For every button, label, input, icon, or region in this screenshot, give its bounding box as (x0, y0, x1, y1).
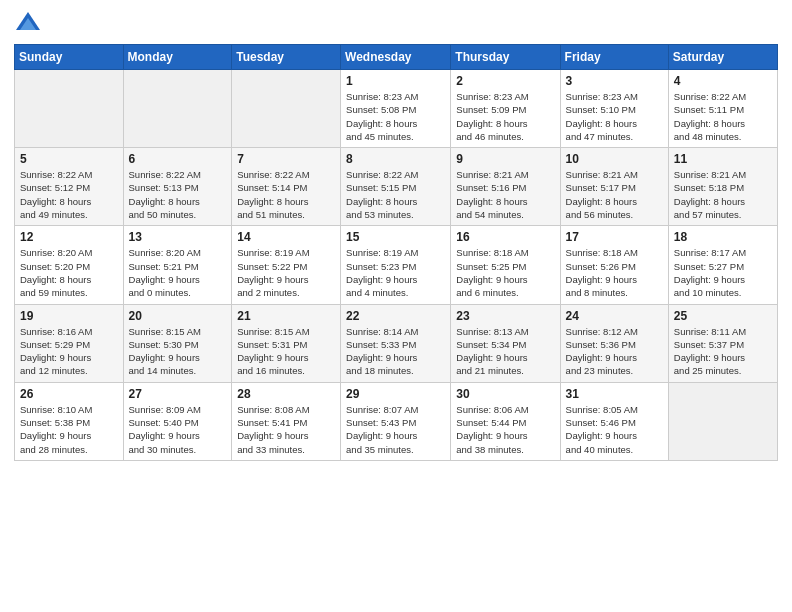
calendar-cell: 5Sunrise: 8:22 AM Sunset: 5:12 PM Daylig… (15, 148, 124, 226)
calendar-cell: 11Sunrise: 8:21 AM Sunset: 5:18 PM Dayli… (668, 148, 777, 226)
weekday-monday: Monday (123, 45, 232, 70)
day-number: 9 (456, 152, 554, 166)
day-number: 24 (566, 309, 663, 323)
day-info: Sunrise: 8:14 AM Sunset: 5:33 PM Dayligh… (346, 326, 418, 377)
day-info: Sunrise: 8:12 AM Sunset: 5:36 PM Dayligh… (566, 326, 638, 377)
day-number: 5 (20, 152, 118, 166)
day-number: 10 (566, 152, 663, 166)
day-info: Sunrise: 8:15 AM Sunset: 5:31 PM Dayligh… (237, 326, 309, 377)
calendar-cell (232, 70, 341, 148)
calendar-cell: 14Sunrise: 8:19 AM Sunset: 5:22 PM Dayli… (232, 226, 341, 304)
calendar-cell (668, 382, 777, 460)
calendar-cell: 12Sunrise: 8:20 AM Sunset: 5:20 PM Dayli… (15, 226, 124, 304)
day-info: Sunrise: 8:20 AM Sunset: 5:20 PM Dayligh… (20, 247, 92, 298)
calendar-cell: 22Sunrise: 8:14 AM Sunset: 5:33 PM Dayli… (341, 304, 451, 382)
day-info: Sunrise: 8:23 AM Sunset: 5:09 PM Dayligh… (456, 91, 528, 142)
weekday-thursday: Thursday (451, 45, 560, 70)
calendar-cell (123, 70, 232, 148)
calendar-cell: 23Sunrise: 8:13 AM Sunset: 5:34 PM Dayli… (451, 304, 560, 382)
page: SundayMondayTuesdayWednesdayThursdayFrid… (0, 0, 792, 612)
day-info: Sunrise: 8:22 AM Sunset: 5:11 PM Dayligh… (674, 91, 746, 142)
day-info: Sunrise: 8:19 AM Sunset: 5:23 PM Dayligh… (346, 247, 418, 298)
weekday-header-row: SundayMondayTuesdayWednesdayThursdayFrid… (15, 45, 778, 70)
day-number: 15 (346, 230, 445, 244)
day-info: Sunrise: 8:22 AM Sunset: 5:13 PM Dayligh… (129, 169, 201, 220)
day-number: 11 (674, 152, 772, 166)
header (14, 10, 778, 38)
day-number: 1 (346, 74, 445, 88)
day-number: 12 (20, 230, 118, 244)
calendar-cell: 26Sunrise: 8:10 AM Sunset: 5:38 PM Dayli… (15, 382, 124, 460)
day-info: Sunrise: 8:09 AM Sunset: 5:40 PM Dayligh… (129, 404, 201, 455)
day-info: Sunrise: 8:05 AM Sunset: 5:46 PM Dayligh… (566, 404, 638, 455)
calendar-cell: 29Sunrise: 8:07 AM Sunset: 5:43 PM Dayli… (341, 382, 451, 460)
calendar-cell: 7Sunrise: 8:22 AM Sunset: 5:14 PM Daylig… (232, 148, 341, 226)
calendar-cell: 30Sunrise: 8:06 AM Sunset: 5:44 PM Dayli… (451, 382, 560, 460)
day-info: Sunrise: 8:17 AM Sunset: 5:27 PM Dayligh… (674, 247, 746, 298)
calendar-cell: 18Sunrise: 8:17 AM Sunset: 5:27 PM Dayli… (668, 226, 777, 304)
weekday-wednesday: Wednesday (341, 45, 451, 70)
day-info: Sunrise: 8:21 AM Sunset: 5:16 PM Dayligh… (456, 169, 528, 220)
day-info: Sunrise: 8:16 AM Sunset: 5:29 PM Dayligh… (20, 326, 92, 377)
calendar-cell: 2Sunrise: 8:23 AM Sunset: 5:09 PM Daylig… (451, 70, 560, 148)
day-number: 6 (129, 152, 227, 166)
day-info: Sunrise: 8:06 AM Sunset: 5:44 PM Dayligh… (456, 404, 528, 455)
day-number: 8 (346, 152, 445, 166)
week-row-2: 5Sunrise: 8:22 AM Sunset: 5:12 PM Daylig… (15, 148, 778, 226)
calendar-cell: 13Sunrise: 8:20 AM Sunset: 5:21 PM Dayli… (123, 226, 232, 304)
day-number: 14 (237, 230, 335, 244)
day-number: 25 (674, 309, 772, 323)
weekday-friday: Friday (560, 45, 668, 70)
week-row-5: 26Sunrise: 8:10 AM Sunset: 5:38 PM Dayli… (15, 382, 778, 460)
calendar-cell (15, 70, 124, 148)
day-number: 21 (237, 309, 335, 323)
calendar-cell: 3Sunrise: 8:23 AM Sunset: 5:10 PM Daylig… (560, 70, 668, 148)
day-info: Sunrise: 8:07 AM Sunset: 5:43 PM Dayligh… (346, 404, 418, 455)
weekday-saturday: Saturday (668, 45, 777, 70)
day-number: 16 (456, 230, 554, 244)
day-number: 18 (674, 230, 772, 244)
week-row-4: 19Sunrise: 8:16 AM Sunset: 5:29 PM Dayli… (15, 304, 778, 382)
day-number: 22 (346, 309, 445, 323)
day-info: Sunrise: 8:20 AM Sunset: 5:21 PM Dayligh… (129, 247, 201, 298)
day-number: 19 (20, 309, 118, 323)
day-info: Sunrise: 8:21 AM Sunset: 5:18 PM Dayligh… (674, 169, 746, 220)
day-info: Sunrise: 8:19 AM Sunset: 5:22 PM Dayligh… (237, 247, 309, 298)
weekday-tuesday: Tuesday (232, 45, 341, 70)
calendar-cell: 17Sunrise: 8:18 AM Sunset: 5:26 PM Dayli… (560, 226, 668, 304)
day-number: 27 (129, 387, 227, 401)
day-number: 23 (456, 309, 554, 323)
calendar-cell: 25Sunrise: 8:11 AM Sunset: 5:37 PM Dayli… (668, 304, 777, 382)
calendar-cell: 21Sunrise: 8:15 AM Sunset: 5:31 PM Dayli… (232, 304, 341, 382)
day-info: Sunrise: 8:13 AM Sunset: 5:34 PM Dayligh… (456, 326, 528, 377)
day-info: Sunrise: 8:23 AM Sunset: 5:10 PM Dayligh… (566, 91, 638, 142)
calendar-cell: 19Sunrise: 8:16 AM Sunset: 5:29 PM Dayli… (15, 304, 124, 382)
day-number: 7 (237, 152, 335, 166)
calendar-cell: 4Sunrise: 8:22 AM Sunset: 5:11 PM Daylig… (668, 70, 777, 148)
day-number: 26 (20, 387, 118, 401)
day-info: Sunrise: 8:10 AM Sunset: 5:38 PM Dayligh… (20, 404, 92, 455)
week-row-1: 1Sunrise: 8:23 AM Sunset: 5:08 PM Daylig… (15, 70, 778, 148)
day-info: Sunrise: 8:15 AM Sunset: 5:30 PM Dayligh… (129, 326, 201, 377)
calendar-cell: 8Sunrise: 8:22 AM Sunset: 5:15 PM Daylig… (341, 148, 451, 226)
week-row-3: 12Sunrise: 8:20 AM Sunset: 5:20 PM Dayli… (15, 226, 778, 304)
calendar-cell: 16Sunrise: 8:18 AM Sunset: 5:25 PM Dayli… (451, 226, 560, 304)
day-info: Sunrise: 8:21 AM Sunset: 5:17 PM Dayligh… (566, 169, 638, 220)
calendar-cell: 20Sunrise: 8:15 AM Sunset: 5:30 PM Dayli… (123, 304, 232, 382)
day-number: 4 (674, 74, 772, 88)
day-info: Sunrise: 8:22 AM Sunset: 5:12 PM Dayligh… (20, 169, 92, 220)
calendar-cell: 1Sunrise: 8:23 AM Sunset: 5:08 PM Daylig… (341, 70, 451, 148)
calendar-cell: 27Sunrise: 8:09 AM Sunset: 5:40 PM Dayli… (123, 382, 232, 460)
calendar-cell: 10Sunrise: 8:21 AM Sunset: 5:17 PM Dayli… (560, 148, 668, 226)
day-info: Sunrise: 8:18 AM Sunset: 5:26 PM Dayligh… (566, 247, 638, 298)
day-info: Sunrise: 8:18 AM Sunset: 5:25 PM Dayligh… (456, 247, 528, 298)
day-info: Sunrise: 8:22 AM Sunset: 5:15 PM Dayligh… (346, 169, 418, 220)
calendar-cell: 24Sunrise: 8:12 AM Sunset: 5:36 PM Dayli… (560, 304, 668, 382)
calendar-cell: 15Sunrise: 8:19 AM Sunset: 5:23 PM Dayli… (341, 226, 451, 304)
logo (14, 10, 46, 38)
calendar-cell: 6Sunrise: 8:22 AM Sunset: 5:13 PM Daylig… (123, 148, 232, 226)
day-number: 30 (456, 387, 554, 401)
day-info: Sunrise: 8:08 AM Sunset: 5:41 PM Dayligh… (237, 404, 309, 455)
logo-icon (14, 10, 42, 38)
day-info: Sunrise: 8:22 AM Sunset: 5:14 PM Dayligh… (237, 169, 309, 220)
